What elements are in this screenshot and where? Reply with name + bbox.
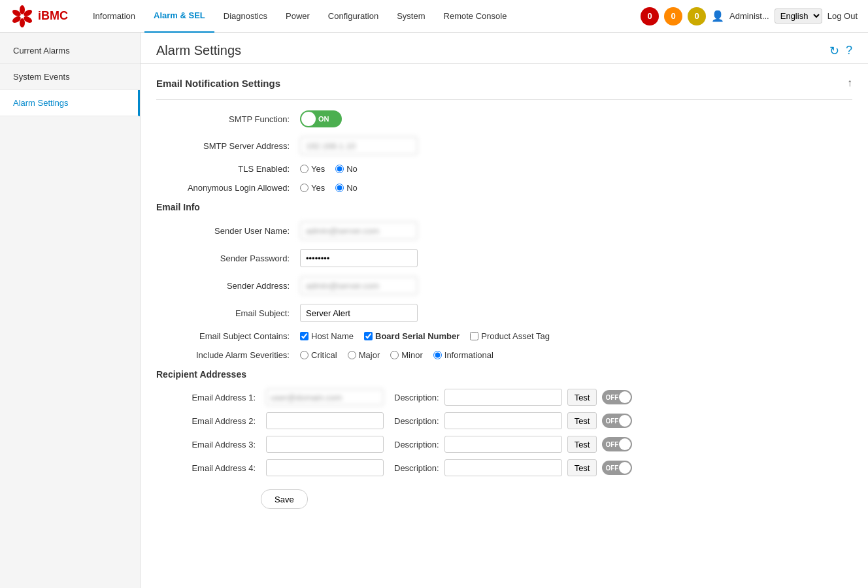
anon-no-option[interactable]: No — [335, 183, 358, 193]
desc-input-2[interactable] — [444, 412, 562, 429]
logo: iBMC — [10, 5, 68, 28]
toggle-3-label: OFF — [605, 441, 618, 448]
logout-button[interactable]: Log Out — [827, 11, 858, 21]
email-addr-2-row: Email Address 2: Description: Test OFF — [156, 412, 852, 429]
hostname-checkbox[interactable] — [300, 332, 309, 340]
toggle-2[interactable]: OFF — [602, 414, 632, 428]
email-addr-4-row: Email Address 4: Description: Test OFF — [156, 459, 852, 476]
email-subject-input[interactable] — [300, 304, 418, 322]
subject-contains-checkboxes: Host Name Board Serial Number Product As… — [300, 331, 550, 341]
nav-system[interactable]: System — [388, 0, 434, 33]
nav-alarm-sel[interactable]: Alarm & SEL — [144, 0, 214, 33]
anon-yes-option[interactable]: Yes — [300, 183, 325, 193]
nav-diagnostics[interactable]: Diagnostics — [214, 0, 276, 33]
toggle-on-label: ON — [318, 115, 329, 123]
product-asset-checkbox[interactable] — [470, 332, 478, 340]
desc-input-1[interactable] — [444, 389, 562, 406]
email-addr-3-input[interactable] — [266, 436, 384, 453]
board-serial-checkbox-label[interactable]: Board Serial Number — [364, 331, 459, 341]
email-addr-1-label: Email Address 1: — [156, 393, 261, 402]
toggle-4-label: OFF — [605, 465, 618, 472]
toggle-1[interactable]: OFF — [602, 390, 632, 404]
test-button-3[interactable]: Test — [567, 436, 597, 453]
severity-informational-label: Informational — [444, 350, 493, 360]
section-title: Email Notification Settings — [156, 78, 280, 89]
smtp-toggle[interactable]: ON — [300, 110, 342, 127]
badge-red[interactable]: 0 — [641, 7, 659, 25]
svg-point-0 — [20, 5, 25, 14]
email-addr-1-input[interactable] — [266, 389, 384, 406]
board-serial-checkbox[interactable] — [364, 332, 373, 340]
admin-label[interactable]: Administ... — [729, 11, 769, 21]
header-right: 0 0 0 👤 Administ... English Log Out — [641, 7, 858, 25]
nav-remote-console[interactable]: Remote Console — [435, 0, 516, 33]
language-select[interactable]: English — [775, 8, 822, 24]
sender-pwd-input[interactable] — [300, 249, 418, 267]
main-content: Alarm Settings ↻ ? Email Notification Se… — [141, 33, 868, 588]
toggle-4-knob — [619, 462, 631, 474]
severity-minor-label: Minor — [401, 350, 423, 360]
nav-information[interactable]: Information — [84, 0, 144, 33]
sidebar-item-current-alarms[interactable]: Current Alarms — [0, 38, 140, 64]
email-addr-4-label: Email Address 4: — [156, 463, 261, 473]
severity-critical-option[interactable]: Critical — [300, 350, 337, 360]
toggle-4[interactable]: OFF — [602, 461, 632, 475]
hostname-checkbox-label[interactable]: Host Name — [300, 331, 354, 341]
collapse-button[interactable]: ↑ — [847, 77, 852, 89]
toggle-1-label: OFF — [605, 394, 618, 401]
product-asset-checkbox-label[interactable]: Product Asset Tag — [470, 331, 550, 341]
tls-no-radio[interactable] — [335, 165, 344, 173]
anon-no-radio[interactable] — [335, 184, 344, 192]
severity-major-option[interactable]: Major — [348, 350, 380, 360]
toggle-knob — [301, 112, 316, 126]
help-button[interactable]: ? — [846, 44, 852, 58]
nav-configuration[interactable]: Configuration — [319, 0, 388, 33]
badge-orange[interactable]: 0 — [664, 7, 682, 25]
sender-name-label: Sender User Name: — [156, 226, 300, 236]
test-button-1[interactable]: Test — [567, 389, 597, 406]
tls-yes-radio[interactable] — [300, 165, 309, 173]
test-button-2[interactable]: Test — [567, 412, 597, 429]
test-button-4[interactable]: Test — [567, 459, 597, 476]
toggle-3-knob — [619, 438, 631, 450]
hostname-label: Host Name — [311, 331, 354, 341]
severity-informational-option[interactable]: Informational — [433, 350, 493, 360]
desc-input-3[interactable] — [444, 436, 562, 453]
toggle-3[interactable]: OFF — [602, 437, 632, 451]
sender-addr-input[interactable] — [300, 276, 418, 295]
tls-row: TLS Enabled: Yes No — [156, 164, 852, 174]
severity-minor-option[interactable]: Minor — [390, 350, 423, 360]
desc-label-2: Description: — [394, 416, 439, 426]
save-button[interactable]: Save — [261, 489, 308, 509]
sender-addr-row: Sender Address: — [156, 276, 852, 295]
severity-major-radio[interactable] — [348, 351, 356, 359]
tls-no-option[interactable]: No — [335, 164, 358, 174]
tls-yes-option[interactable]: Yes — [300, 164, 325, 174]
sidebar-item-system-events[interactable]: System Events — [0, 64, 140, 90]
email-addr-1-row: Email Address 1: Description: Test OFF — [156, 389, 852, 406]
sender-name-input[interactable] — [300, 221, 418, 240]
anon-yes-radio[interactable] — [300, 184, 309, 192]
email-addr-2-label: Email Address 2: — [156, 416, 261, 426]
email-addr-2-input[interactable] — [266, 412, 384, 429]
tls-yes-label: Yes — [311, 164, 325, 174]
severity-minor-radio[interactable] — [390, 351, 399, 359]
email-info-title: Email Info — [156, 202, 852, 212]
anon-no-label: No — [346, 183, 358, 193]
badge-yellow[interactable]: 0 — [688, 7, 706, 25]
toggle-2-knob — [619, 415, 631, 427]
sidebar-item-alarm-settings[interactable]: Alarm Settings — [0, 90, 140, 116]
severity-critical-label: Critical — [311, 350, 337, 360]
desc-input-4[interactable] — [444, 459, 562, 476]
refresh-button[interactable]: ↻ — [829, 44, 839, 58]
toggle-1-knob — [619, 391, 631, 403]
nav-power[interactable]: Power — [276, 0, 319, 33]
severity-critical-radio[interactable] — [300, 351, 309, 359]
email-addr-4-input[interactable] — [266, 459, 384, 476]
severity-informational-radio[interactable] — [433, 351, 442, 359]
header: iBMC Information Alarm & SEL Diagnostics… — [0, 0, 868, 33]
smtp-server-input[interactable] — [300, 137, 418, 155]
sender-pwd-label: Sender Password: — [156, 253, 300, 263]
anon-label: Anonymous Login Allowed: — [156, 183, 300, 193]
email-notification-section: Email Notification Settings ↑ SMTP Funct… — [141, 64, 868, 522]
